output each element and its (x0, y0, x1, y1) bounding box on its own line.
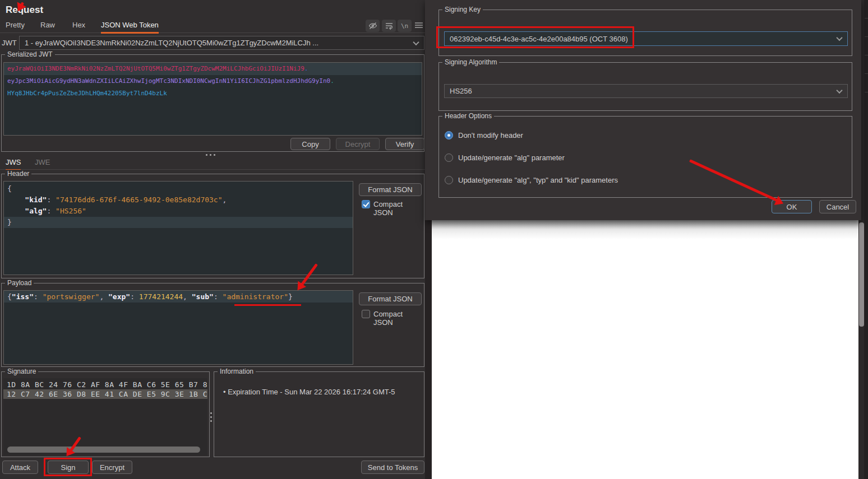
annotation-underline-administrator (234, 304, 301, 306)
json-token: } (7, 218, 12, 226)
signing-key-group-label: Signing Key (442, 6, 483, 14)
newline-icon[interactable]: \n (398, 20, 412, 32)
chevron-down-icon (836, 35, 842, 41)
hide-nonprintable-icon[interactable] (366, 20, 380, 32)
tab-json-web-token[interactable]: JSON Web Token (101, 21, 159, 34)
header-compact-json-label: Compact JSON (373, 200, 424, 217)
signature-scrollbar-thumb[interactable] (7, 447, 200, 453)
payload-compact-json-label: Compact JSON (373, 310, 424, 327)
annotation-rect-sign-button (44, 458, 92, 476)
annotation-arrow-request-title (20, 2, 24, 6)
radio-icon (445, 176, 453, 184)
json-token: , (99, 292, 108, 301)
signature-editor[interactable]: 1D 8A BC 24 76 C2 AF 8A 4F BA C6 5E 65 B… (3, 378, 207, 455)
json-token: 1774214244 (139, 292, 183, 301)
jwt-signature-line: HYq8JHbCr4pPusZeZbeJDhLHQm42205Byt7lnD4b… (4, 87, 422, 100)
signing-algorithm-group-label: Signing Algorithm (442, 58, 499, 67)
cancel-button[interactable]: Cancel (819, 200, 856, 213)
json-token: "iss" (12, 292, 34, 301)
jwt-payload-line: eyJpc3MiOiAicG9ydHN3aWdnZXIiLCAiZXhwIjog… (4, 75, 422, 87)
editor-tabstrip: Pretty Raw Hex JSON Web Token \n (0, 19, 425, 33)
information-group-label: Information (218, 368, 256, 376)
json-token: : (47, 207, 56, 215)
soft-wrap-icon[interactable] (382, 20, 396, 32)
json-token: { (7, 184, 12, 193)
signature-hex-line-2: 12 C7 42 6E 36 D8 EE 41 CA DE E5 9C 3E 1… (3, 389, 207, 399)
serialized-jwt-group-label: Serialized JWT (5, 50, 55, 59)
vertical-splitter-handle[interactable] (210, 412, 212, 422)
encrypt-button[interactable]: Encrypt (92, 461, 132, 474)
annotation-rect-signing-key (436, 26, 634, 48)
vertical-scrollbar-thumb[interactable] (859, 222, 864, 327)
json-token: "portswigger" (43, 292, 100, 301)
decrypt-button[interactable]: Decrypt (336, 138, 380, 150)
payload-format-json-button[interactable]: Format JSON (359, 292, 422, 305)
jws-payload-group-label: Payload (5, 279, 34, 287)
header-json-line: { (4, 183, 353, 194)
request-panel: Request Pretty Raw Hex JSON Web Token \n… (0, 0, 425, 479)
json-token: "HS256" (56, 207, 86, 215)
jws-header-group-label: Header (5, 170, 31, 178)
json-token: , (183, 292, 192, 301)
serialized-jwt-group: Serialized JWT eyJraWQiOiI3NDE3NmRkNi02N… (1, 54, 424, 152)
json-token: "sub" (192, 292, 214, 301)
attack-button[interactable]: Attack (2, 461, 38, 474)
jwt-header-line: eyJraWQiOiI3NDE3NmRkNi02NzZmLTQ2NjUtOTQ5… (4, 63, 422, 75)
json-token: : (34, 292, 43, 301)
json-token: "74176dd6-676f-4665-9492-0e85e82d703c" (56, 196, 222, 204)
radio-update-alg[interactable]: Update/generate "alg" parameter (445, 154, 565, 162)
tab-pretty[interactable]: Pretty (6, 21, 25, 32)
radio-update-alg-typ-kid[interactable]: Update/generate "alg", "typ" and "kid" p… (445, 176, 618, 184)
radio-label: Don't modify header (458, 131, 523, 139)
jwt-selector-combobox[interactable]: 1 - eyJraWQiOiI3NDE3NmRkNi02NzZmLTQ2NjUt… (19, 36, 424, 50)
json-token: "alg" (25, 207, 47, 215)
window-edge-strip (865, 0, 868, 479)
browser-page-background (432, 220, 858, 479)
json-token: , (223, 196, 227, 204)
menu-icon[interactable] (414, 21, 424, 30)
signature-group-label: Signature (5, 368, 38, 376)
right-region: Signing Key 062392eb-c45d-4c3e-ac5c-4e2e… (425, 0, 868, 479)
signature-hex-line-1: 1D 8A BC 24 76 C2 AF 8A 4F BA C6 5E 65 B… (3, 380, 207, 389)
tab-raw[interactable]: Raw (40, 21, 55, 32)
jwt-signature-part: HYq8JHbCr4pPusZeZbeJDhLHQm42205Byt7lnD4b… (7, 90, 167, 97)
chevron-down-icon (836, 87, 842, 93)
radio-dont-modify-header[interactable]: Don't modify header (445, 131, 523, 139)
jws-payload-group: Payload {"iss": "portswigger", "exp": 17… (1, 283, 424, 367)
burp-jwt-editor-screen: Request Pretty Raw Hex JSON Web Token \n… (0, 0, 868, 479)
jwt-selector-value: 1 - eyJraWQiOiI3NDE3NmRkNi02NzZmLTQ2NjUt… (25, 39, 318, 47)
json-token: : (214, 292, 223, 301)
jws-jwe-tabstrip: JWS JWE (0, 157, 425, 170)
radio-label: Update/generate "alg", "typ" and "kid" p… (458, 176, 618, 184)
header-json-line: "alg": "HS256" (4, 206, 353, 217)
verify-button[interactable]: Verify (385, 138, 424, 150)
tab-jws[interactable]: JWS (6, 158, 21, 171)
horizontal-splitter-handle[interactable] (206, 154, 215, 156)
header-format-json-button[interactable]: Format JSON (359, 183, 422, 196)
signing-algorithm-group: Signing Algorithm HS256 (438, 62, 852, 111)
header-options-group-label: Header Options (442, 112, 494, 120)
signature-horizontal-scrollbar[interactable] (5, 447, 202, 453)
tab-jwe[interactable]: JWE (35, 158, 50, 169)
jws-header-editor[interactable]: { "kid": "74176dd6-676f-4665-9492-0e85e8… (3, 181, 353, 275)
signing-algorithm-combobox[interactable]: HS256 (444, 84, 848, 98)
jwt-dot-1: . (304, 65, 308, 72)
copy-button[interactable]: Copy (290, 138, 330, 150)
header-compact-json-checkbox[interactable] (362, 200, 370, 208)
jws-payload-editor[interactable]: {"iss": "portswigger", "exp": 1774214244… (3, 290, 353, 365)
chevron-down-icon (413, 39, 419, 45)
information-entry: • Expiration Time - Sun Mar 22 2026 16:1… (223, 388, 395, 396)
jwt-dot-2: . (330, 77, 334, 85)
json-token: : (47, 196, 56, 204)
header-json-line: } (4, 217, 353, 228)
jwt-header-part: eyJraWQiOiI3NDE3NmRkNi02NzZmLTQ2NjUtOTQ5… (7, 65, 304, 72)
send-to-tokens-button[interactable]: Send to Tokens (361, 461, 424, 474)
json-token: } (288, 292, 293, 301)
jwt-selector-label: JWT (2, 39, 17, 47)
jwt-payload-part: eyJpc3MiOiAicG9ydHN3aWdnZXIiLCAiZXhwIjog… (7, 77, 330, 85)
serialized-jwt-editor[interactable]: eyJraWQiOiI3NDE3NmRkNi02NzZmLTQ2NjUtOTQ5… (3, 62, 422, 136)
information-group: Information • Expiration Time - Sun Mar … (214, 371, 424, 457)
tab-hex[interactable]: Hex (72, 21, 85, 32)
radio-label: Update/generate "alg" parameter (458, 154, 565, 162)
payload-compact-json-checkbox[interactable] (362, 310, 370, 318)
